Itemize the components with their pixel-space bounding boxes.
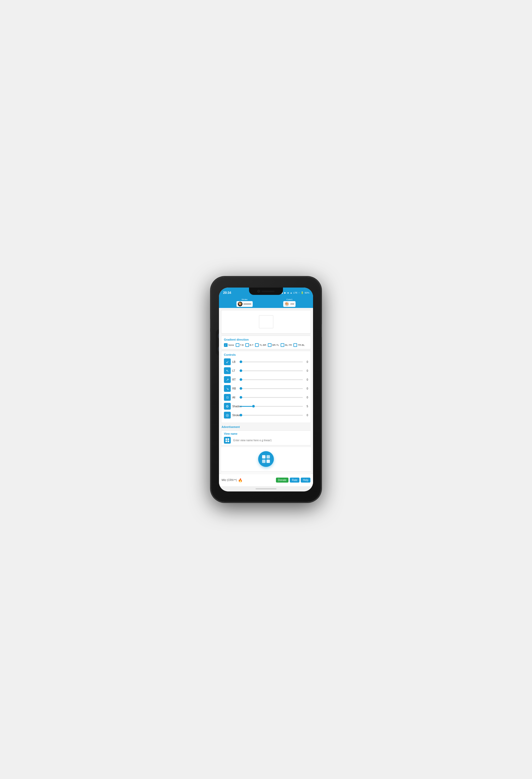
stroke-hex: 000000 bbox=[244, 303, 251, 305]
stroke-swatch: 🎨 bbox=[238, 302, 243, 306]
controls-title: Controls bbox=[224, 353, 308, 356]
home-bar bbox=[256, 488, 276, 489]
shadow-slider-container[interactable] bbox=[240, 406, 303, 407]
rt-label: RT bbox=[232, 378, 238, 381]
checkbox-bt[interactable] bbox=[245, 343, 249, 347]
rt-slider-container[interactable] bbox=[240, 379, 303, 380]
rb-icon[interactable]: ↘ bbox=[224, 385, 231, 392]
stroke-color-box[interactable]: 🎨 000000 bbox=[237, 301, 253, 307]
donate-button[interactable]: Donate bbox=[276, 478, 288, 483]
notification-icon-2: ▶ bbox=[284, 292, 286, 294]
volume-up-button[interactable] bbox=[210, 319, 211, 328]
rt-arrow-icon: ↗ bbox=[226, 378, 229, 382]
all-slider-thumb[interactable] bbox=[240, 396, 242, 399]
rate-button[interactable]: Rate bbox=[290, 478, 300, 483]
wifi-icon: ↑ bbox=[298, 292, 300, 294]
control-lb: ↙ LB 0 bbox=[224, 358, 308, 365]
gradient-options-row: ✓ None T-B B-T TL-BR bbox=[224, 343, 308, 347]
shadow-slider-track[interactable] bbox=[240, 406, 303, 407]
label-bltr: BL-TR bbox=[285, 344, 292, 346]
checkbox-trbl[interactable] bbox=[293, 343, 297, 347]
rt-slider-track[interactable] bbox=[240, 379, 303, 380]
lb-slider-container[interactable] bbox=[240, 362, 303, 362]
view-name-input[interactable] bbox=[233, 438, 308, 442]
stroke-label: Stroke bbox=[242, 298, 248, 301]
label-trbl: TR-BL bbox=[298, 344, 305, 346]
gradient-option-bt[interactable]: B-T bbox=[245, 343, 254, 347]
all-slider-container[interactable] bbox=[240, 397, 303, 398]
lt-value: 0 bbox=[305, 369, 308, 372]
all-value: 0 bbox=[305, 396, 308, 399]
gradient-option-none[interactable]: ✓ None bbox=[224, 343, 234, 347]
svg-rect-2 bbox=[225, 440, 227, 442]
lt-slider-thumb[interactable] bbox=[240, 369, 242, 372]
rb-slider-container[interactable] bbox=[240, 388, 303, 389]
checkbox-brtl[interactable] bbox=[268, 343, 271, 347]
rb-value: 0 bbox=[305, 387, 308, 390]
phone-screen: 20:34 ▣ ▶ ◈ ▲ LTE ↑ 🔋 60% Stroke 🎨 0 bbox=[219, 288, 313, 491]
stroke-slider-track[interactable] bbox=[240, 415, 303, 416]
checkbox-none[interactable]: ✓ bbox=[224, 343, 227, 347]
lb-slider-thumb[interactable] bbox=[240, 360, 242, 363]
help-button[interactable]: Help bbox=[301, 478, 311, 483]
stroke-control-label: Stroke bbox=[232, 414, 238, 417]
shadow-slider-fill bbox=[240, 406, 252, 407]
phone-device: 20:34 ▣ ▶ ◈ ▲ LTE ↑ 🔋 60% Stroke 🎨 0 bbox=[211, 277, 321, 502]
all-icon[interactable]: ⊡ bbox=[224, 394, 231, 401]
checkbox-tlbr[interactable] bbox=[255, 343, 259, 347]
stroke-control-icon[interactable]: ◎ bbox=[224, 412, 231, 419]
rb-slider-track[interactable] bbox=[240, 388, 303, 389]
svg-rect-4 bbox=[262, 455, 265, 459]
shadow-slider-thumb[interactable] bbox=[252, 405, 255, 408]
svg-rect-5 bbox=[267, 455, 270, 459]
gradient-option-tb[interactable]: T-B bbox=[236, 343, 244, 347]
power-button[interactable] bbox=[321, 324, 322, 337]
rt-icon[interactable]: ↗ bbox=[224, 376, 231, 383]
preview-section bbox=[221, 310, 311, 334]
shadow-value: 5 bbox=[305, 405, 308, 408]
label-tb: T-B bbox=[240, 344, 244, 346]
color1-swatch: 🎨 bbox=[284, 302, 289, 306]
status-icons: ▣ ▶ ◈ ▲ LTE ↑ 🔋 60% bbox=[281, 292, 309, 294]
lt-slider-container[interactable] bbox=[240, 370, 303, 371]
lb-slider-track[interactable] bbox=[240, 362, 303, 362]
color1-hex: ### bbox=[290, 303, 294, 305]
label-tlbr: TL-BR bbox=[260, 344, 266, 346]
lt-slider-track[interactable] bbox=[240, 370, 303, 371]
shadow-label: Shadow bbox=[232, 405, 238, 408]
gradient-option-trbl[interactable]: TR-BL bbox=[293, 343, 305, 347]
app-logo bbox=[258, 451, 274, 467]
color1-box[interactable]: 🎨 ### bbox=[283, 301, 295, 307]
shadow-icon[interactable]: ⚙ bbox=[224, 403, 231, 410]
gradient-option-bltr[interactable]: BL-TR bbox=[281, 343, 292, 347]
lt-label: LT bbox=[232, 369, 238, 372]
rt-slider-thumb[interactable] bbox=[240, 378, 242, 381]
gear-icon: ⚙ bbox=[226, 404, 229, 408]
checkbox-tb[interactable] bbox=[236, 343, 239, 347]
stroke-slider-thumb[interactable] bbox=[240, 414, 242, 416]
lb-icon[interactable]: ↙ bbox=[224, 358, 231, 365]
color1-item[interactable]: Color1 🎨 ### bbox=[283, 298, 295, 307]
gradient-option-tlbr[interactable]: TL-BR bbox=[255, 343, 266, 347]
stroke-slider-container[interactable] bbox=[240, 415, 303, 416]
rb-slider-thumb[interactable] bbox=[240, 387, 242, 390]
logo-section bbox=[221, 447, 311, 471]
volume-down-button[interactable] bbox=[210, 332, 211, 341]
checkbox-bltr[interactable] bbox=[281, 343, 284, 347]
main-scroll-area[interactable]: Gradient direction ✓ None T-B B-T bbox=[219, 308, 313, 474]
lb-value: 0 bbox=[305, 360, 308, 363]
svg-rect-0 bbox=[225, 438, 227, 440]
front-camera bbox=[257, 290, 260, 293]
rt-value: 0 bbox=[305, 378, 308, 381]
controls-section: Controls ↙ LB 0 bbox=[221, 351, 311, 423]
lt-arrow-icon: ↖ bbox=[226, 369, 229, 373]
lt-icon[interactable]: ↖ bbox=[224, 367, 231, 374]
rb-arrow-icon: ↘ bbox=[226, 386, 229, 391]
stroke-color-item[interactable]: Stroke 🎨 000000 bbox=[237, 298, 253, 307]
notch bbox=[249, 288, 283, 295]
battery-icon: 🔋 bbox=[301, 292, 304, 294]
all-slider-track[interactable] bbox=[240, 397, 303, 398]
svg-rect-1 bbox=[227, 438, 229, 440]
bottom-bar: Milz (CRN™) 🔥 Donate Rate Help bbox=[219, 474, 313, 486]
gradient-option-brtl[interactable]: BR-TL bbox=[268, 343, 279, 347]
